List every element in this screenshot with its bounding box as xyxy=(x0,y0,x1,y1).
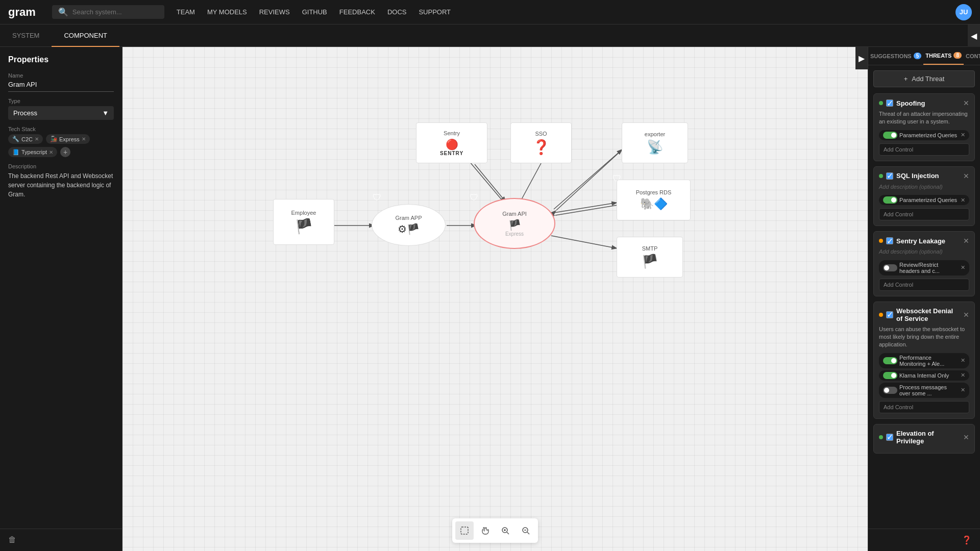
nav-link-reviews[interactable]: REVIEWS xyxy=(259,8,290,16)
close-elevation[interactable]: ✕ xyxy=(963,433,969,441)
add-threat-button[interactable]: + Add Threat xyxy=(873,70,975,87)
tab-component[interactable]: COMPONENT xyxy=(52,24,119,47)
tab-controls[interactable]: CONTROLS 13 xyxy=(964,47,980,65)
nav-link-feedback[interactable]: FEEDBACK xyxy=(339,8,375,16)
nav-link-docs[interactable]: DOCS xyxy=(387,8,407,16)
node-exporter[interactable]: exporter 📡 xyxy=(622,122,688,163)
svg-rect-12 xyxy=(461,527,468,534)
delete-icon[interactable]: 🗑 xyxy=(8,535,16,545)
svg-line-9 xyxy=(554,203,618,213)
toggle-6[interactable] xyxy=(883,387,897,394)
select-tool-button[interactable] xyxy=(455,521,474,540)
right-panel: SUGGESTIONS 5 THREATS 8 CONTROLS 13 + Ad… xyxy=(868,47,980,551)
nav-link-github[interactable]: GITHUB xyxy=(302,8,327,16)
node-postgres[interactable]: Postgres RDS 🐘🔷 xyxy=(617,180,691,220)
checkbox-sentry[interactable]: ✓ xyxy=(886,237,893,244)
add-tag-button[interactable]: + xyxy=(60,147,70,157)
remove-control-4[interactable]: ✕ xyxy=(961,357,965,364)
zoom-out-button[interactable] xyxy=(517,521,535,540)
node-sso[interactable]: SSO ❓ xyxy=(510,122,572,163)
add-control-sentry[interactable]: Add Control xyxy=(879,279,969,291)
hand-tool-button[interactable] xyxy=(476,521,494,540)
toggle-1[interactable] xyxy=(883,132,897,139)
remove-control-1[interactable]: ✕ xyxy=(961,132,965,138)
toggle-5[interactable] xyxy=(883,372,897,379)
avatar[interactable]: JU xyxy=(955,4,972,20)
properties-title: Properties xyxy=(8,55,114,64)
tech-tags: 🔧 C2C ✕ 🚂 Express ✕ 📘 Typescript ✕ + xyxy=(8,134,114,157)
status-dot-ws xyxy=(879,313,883,317)
nav-link-support[interactable]: SUPPORT xyxy=(419,8,451,16)
warning-gram-api: 🛡 xyxy=(470,192,479,203)
add-control-sql[interactable]: Add Control xyxy=(879,208,969,220)
canvas-area[interactable]: 🛡 🛡 🛡 Sentry 🔴 SENTRY SSO ❓ exporter 📡 E… xyxy=(122,47,868,551)
status-dot-sentry xyxy=(879,239,883,243)
checkbox-sql[interactable]: ✓ xyxy=(886,172,893,180)
panel-collapse-right[interactable]: ▶ xyxy=(855,47,868,69)
node-smtp[interactable]: SMTP 🏴 xyxy=(617,237,683,278)
add-control-ws[interactable]: Add Control xyxy=(879,401,969,413)
toggle-4[interactable] xyxy=(883,357,897,364)
desc-label: Description xyxy=(8,163,114,169)
control-headers: Review/Restrict headers and c... ✕ xyxy=(879,260,969,276)
toggle-3[interactable] xyxy=(883,264,897,271)
threats-content: + Add Threat ✓ Spoofing ✕ Threat of an a… xyxy=(868,65,980,551)
threat-name-sentry: Sentry Leakage xyxy=(896,237,960,245)
remove-control-3[interactable]: ✕ xyxy=(961,264,965,271)
threat-name-elevation: Elevation of Privilege xyxy=(896,430,960,445)
node-gram-app[interactable]: Gram APP ⚙🏴 xyxy=(372,204,446,246)
tag-typescript: 📘 Typescript ✕ xyxy=(8,147,57,157)
checkbox-ws[interactable]: ✓ xyxy=(886,311,893,318)
status-dot-sql xyxy=(879,174,883,178)
remove-control-6[interactable]: ✕ xyxy=(961,387,965,393)
search-icon: 🔍 xyxy=(58,7,68,17)
node-employee[interactable]: Employee 🏴 xyxy=(273,199,334,245)
nav-link-team[interactable]: TEAM xyxy=(177,8,195,16)
svg-line-6 xyxy=(521,163,541,201)
remove-c2c[interactable]: ✕ xyxy=(35,136,39,142)
remove-control-5[interactable]: ✕ xyxy=(961,372,965,379)
close-spoofing[interactable]: ✕ xyxy=(963,99,969,107)
name-value[interactable]: Gram API xyxy=(8,81,114,92)
threat-desc-ws: Users can abuse the websocket to most li… xyxy=(879,325,969,349)
add-control-spoofing[interactable]: Add Control xyxy=(879,143,969,156)
threat-sql-injection: ✓ SQL Injection ✕ Add description (optio… xyxy=(873,166,975,226)
nav-link-my models[interactable]: MY MODELS xyxy=(207,8,247,16)
threat-name-spoofing: Spoofing xyxy=(896,99,960,107)
toggle-2[interactable] xyxy=(883,196,897,204)
threat-name-ws: Websocket Denial of Service xyxy=(896,307,960,322)
tag-c2c: 🔧 C2C ✕ xyxy=(8,134,43,144)
chevron-down-icon: ▼ xyxy=(102,109,109,117)
name-label: Name xyxy=(8,72,114,79)
threat-websocket-dos: ✓ Websocket Denial of Service ✕ Users ca… xyxy=(873,302,975,419)
search-bar[interactable]: 🔍 xyxy=(52,5,164,19)
checkbox-spoofing[interactable]: ✓ xyxy=(886,99,893,107)
close-ws[interactable]: ✕ xyxy=(963,311,969,319)
type-label: Type xyxy=(8,98,114,104)
close-sentry[interactable]: ✕ xyxy=(963,237,969,245)
threats-badge: 8 xyxy=(953,52,962,59)
tab-collapse-left[interactable]: ◀ xyxy=(968,24,980,47)
remove-express[interactable]: ✕ xyxy=(82,136,86,142)
close-sql[interactable]: ✕ xyxy=(963,172,969,180)
checkbox-elevation[interactable]: ✓ xyxy=(886,434,893,441)
typescript-icon: 📘 xyxy=(12,149,19,156)
remove-control-2[interactable]: ✕ xyxy=(961,197,965,204)
tab-threats[interactable]: THREATS 8 xyxy=(923,47,964,65)
threat-elevation: ✓ Elevation of Privilege ✕ xyxy=(873,424,975,454)
control-parameterized-1: Parameterized Queries ✕ xyxy=(879,130,969,140)
node-gram-api[interactable]: Gram API 🏴 Express xyxy=(474,198,555,249)
tab-suggestions[interactable]: SUGGESTIONS 5 xyxy=(868,47,923,65)
control-parameterized-2: Parameterized Queries ✕ xyxy=(879,195,969,205)
desc-text[interactable]: The backend Rest API and Websocket serve… xyxy=(8,171,114,199)
type-select[interactable]: Process ▼ xyxy=(8,106,114,120)
svg-line-10 xyxy=(555,205,618,215)
search-input[interactable] xyxy=(72,8,154,16)
zoom-in-button[interactable] xyxy=(496,521,514,540)
tech-stack-label: Tech Stack xyxy=(8,126,114,132)
tab-system[interactable]: SYSTEM xyxy=(0,24,52,47)
node-sentry[interactable]: Sentry 🔴 SENTRY xyxy=(416,122,487,163)
svg-line-18 xyxy=(527,532,529,534)
remove-typescript[interactable]: ✕ xyxy=(49,149,53,155)
threat-sentry-leakage: ✓ Sentry Leakage ✕ Add description (opti… xyxy=(873,231,975,296)
